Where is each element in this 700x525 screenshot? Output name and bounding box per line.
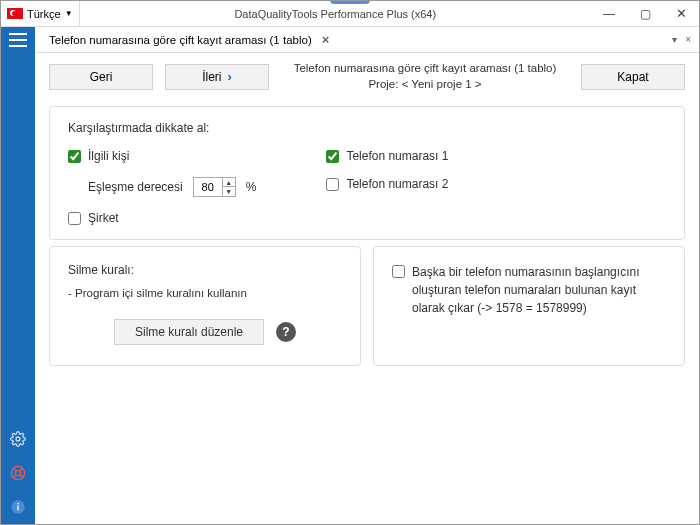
match-degree-row: Eşleşme derecesi ▲ ▼ % <box>68 177 256 197</box>
tab-close-icon[interactable]: × <box>322 32 330 47</box>
svg-line-6 <box>13 475 16 478</box>
info-icon[interactable] <box>9 498 27 516</box>
phone1-label: Telefon numarası 1 <box>346 149 448 163</box>
tabstrip: Telefon numarasına göre çift kayıt arama… <box>35 27 699 53</box>
toolbar-row: Geri İleri › Telefon numarasına göre çif… <box>35 53 699 100</box>
prefix-checkbox-row[interactable]: Başka bir telefon numarasının başlangıcı… <box>392 263 666 317</box>
life-ring-icon[interactable] <box>9 464 27 482</box>
compare-panel-title: Karşılaştırmada dikkate al: <box>68 121 666 135</box>
close-window-button[interactable]: ✕ <box>663 1 699 26</box>
company-checkbox[interactable] <box>68 212 81 225</box>
hamburger-icon[interactable] <box>9 33 27 47</box>
company-checkbox-row[interactable]: Şirket <box>68 211 256 225</box>
back-label: Geri <box>90 70 113 84</box>
phone2-label: Telefon numarası 2 <box>346 177 448 191</box>
app-title: DataQualityTools Performance Plus (x64) <box>80 8 591 20</box>
svg-line-4 <box>20 475 23 478</box>
svg-line-5 <box>20 468 23 471</box>
phone1-checkbox-row[interactable]: Telefon numarası 1 <box>326 149 448 163</box>
spinner-up-icon[interactable]: ▲ <box>223 178 235 187</box>
center-line2: Proje: < Yeni proje 1 > <box>281 77 569 93</box>
help-icon[interactable]: ? <box>276 322 296 342</box>
arrow-right-icon: › <box>228 69 232 84</box>
back-button[interactable]: Geri <box>49 64 153 90</box>
svg-rect-9 <box>17 503 18 504</box>
content-area: Telefon numarasına göre çift kayıt arama… <box>35 27 699 524</box>
tab-dropdown-icon[interactable]: ▾ <box>672 34 677 45</box>
drag-handle-icon[interactable] <box>330 0 370 4</box>
phone2-checkbox-row[interactable]: Telefon numarası 2 <box>326 177 448 191</box>
forward-button[interactable]: İleri › <box>165 64 269 90</box>
edit-delete-rule-label: Silme kuralı düzenle <box>135 325 243 339</box>
lower-panels: Silme kuralı: - Program içi silme kuralı… <box>35 246 699 366</box>
maximize-button[interactable]: ▢ <box>627 1 663 26</box>
svg-point-0 <box>16 437 20 441</box>
spinner-down-icon[interactable]: ▼ <box>223 187 235 196</box>
tab-phone-dup-search[interactable]: Telefon numarasına göre çift kayıt arama… <box>43 27 335 52</box>
delete-rule-text: - Program içi silme kuralını kullanın <box>68 287 342 299</box>
forward-label: İleri <box>202 70 221 84</box>
svg-point-2 <box>15 470 20 475</box>
match-degree-input[interactable] <box>194 181 222 193</box>
match-degree-label: Eşleşme derecesi <box>88 180 183 194</box>
contact-label: İlgili kişi <box>88 149 129 163</box>
edit-delete-rule-button[interactable]: Silme kuralı düzenle <box>114 319 264 345</box>
chevron-down-icon: ▼ <box>65 9 73 18</box>
sidebar <box>1 27 35 524</box>
close-button[interactable]: Kapat <box>581 64 685 90</box>
minimize-button[interactable]: — <box>591 1 627 26</box>
prefix-text: Başka bir telefon numarasının başlangıcı… <box>412 263 666 317</box>
close-label: Kapat <box>617 70 648 84</box>
gear-icon[interactable] <box>9 430 27 448</box>
delete-rule-panel: Silme kuralı: - Program içi silme kuralı… <box>49 246 361 366</box>
phone2-checkbox[interactable] <box>326 178 339 191</box>
tab-close-all-icon[interactable]: × <box>685 34 691 45</box>
window-controls: — ▢ ✕ <box>591 1 699 26</box>
app-title-text: DataQualityTools Performance Plus (x64) <box>234 8 436 20</box>
language-selector[interactable]: Türkçe ▼ <box>1 1 80 26</box>
language-label: Türkçe <box>27 8 61 20</box>
prefix-checkbox[interactable] <box>392 265 405 278</box>
svg-rect-8 <box>17 506 18 511</box>
contact-checkbox-row[interactable]: İlgili kişi <box>68 149 256 163</box>
svg-line-3 <box>13 468 16 471</box>
phone1-checkbox[interactable] <box>326 150 339 163</box>
prefix-panel: Başka bir telefon numarasının başlangıcı… <box>373 246 685 366</box>
delete-rule-title: Silme kuralı: <box>68 263 342 277</box>
tab-label: Telefon numarasına göre çift kayıt arama… <box>49 34 312 46</box>
flag-tr-icon <box>7 8 23 19</box>
center-line1: Telefon numarasına göre çift kayıt arama… <box>281 61 569 77</box>
titlebar: Türkçe ▼ DataQualityTools Performance Pl… <box>1 1 699 27</box>
company-label: Şirket <box>88 211 119 225</box>
match-degree-spinner[interactable]: ▲ ▼ <box>193 177 236 197</box>
contact-checkbox[interactable] <box>68 150 81 163</box>
match-degree-pct: % <box>246 180 257 194</box>
compare-panel: Karşılaştırmada dikkate al: İlgili kişi … <box>49 106 685 240</box>
center-info: Telefon numarasına göre çift kayıt arama… <box>281 61 569 92</box>
